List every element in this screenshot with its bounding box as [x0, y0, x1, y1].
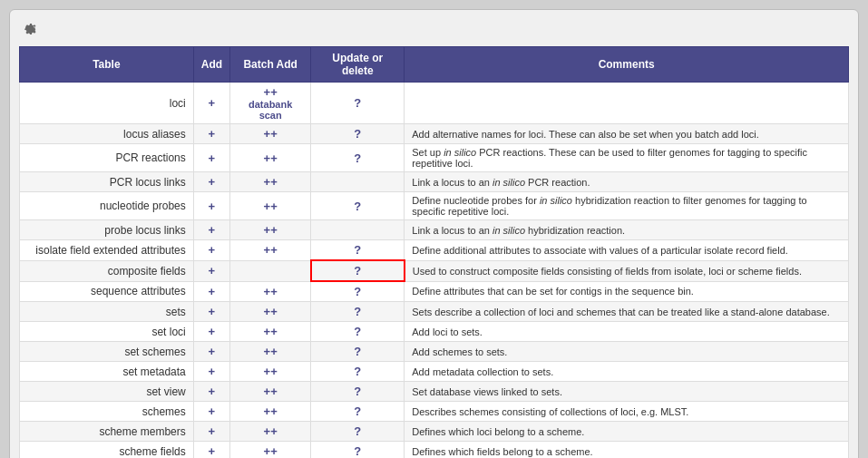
row-batch-add[interactable]: ++: [230, 240, 311, 261]
col-header-comments: Comments: [405, 47, 849, 83]
row-comment: Used to construct composite fields consi…: [405, 260, 849, 281]
col-header-update-delete: Update or delete: [311, 47, 405, 83]
row-comment: Add metadata collection to sets.: [405, 362, 849, 382]
row-table-name: set metadata: [20, 362, 194, 382]
row-comment: Set up in silico PCR reactions. These ca…: [405, 144, 849, 172]
row-batch-add[interactable]: ++: [230, 144, 311, 172]
row-batch-add: [230, 260, 311, 281]
row-add[interactable]: +: [193, 192, 229, 220]
table-row: sets+++?Sets describe a collection of lo…: [20, 302, 849, 322]
row-comment: Define nucleotide probes for in silico h…: [405, 192, 849, 220]
row-batch-add[interactable]: ++: [230, 281, 311, 302]
table-row: nucleotide probes+++?Define nucleotide p…: [20, 192, 849, 220]
row-batch-add[interactable]: ++: [230, 172, 311, 192]
row-add[interactable]: +: [193, 322, 229, 342]
row-add[interactable]: +: [193, 124, 229, 144]
row-batch-add[interactable]: ++: [230, 220, 311, 240]
row-add[interactable]: +: [193, 422, 229, 442]
row-table-name: nucleotide probes: [20, 192, 194, 220]
row-update-delete[interactable]: ?: [311, 302, 405, 322]
table-row: sequence attributes+++?Define attributes…: [20, 281, 849, 302]
row-table-name: scheme fields: [20, 442, 194, 459]
panel-header: [19, 19, 849, 37]
row-comment: Add loci to sets.: [405, 322, 849, 342]
row-update-delete[interactable]: ?: [311, 124, 405, 144]
table-row: locus aliases+++?Add alternative names f…: [20, 124, 849, 144]
row-table-name: set loci: [20, 322, 194, 342]
row-batch-add[interactable]: ++: [230, 382, 311, 402]
row-batch-add[interactable]: ++: [230, 442, 311, 459]
row-table-name: PCR locus links: [20, 172, 194, 192]
row-add[interactable]: +: [193, 144, 229, 172]
table-row: set schemes+++?Add schemes to sets.: [20, 342, 849, 362]
row-update-delete[interactable]: ?: [311, 281, 405, 302]
row-batch-add[interactable]: ++: [230, 342, 311, 362]
row-table-name: loci: [20, 83, 194, 124]
row-batch-add[interactable]: ++: [230, 192, 311, 220]
row-add[interactable]: +: [193, 362, 229, 382]
row-update-delete[interactable]: ?: [311, 144, 405, 172]
row-comment: Sets describe a collection of loci and s…: [405, 302, 849, 322]
config-table: Table Add Batch Add Update or delete Com…: [19, 46, 849, 458]
row-update-delete[interactable]: ?: [311, 240, 405, 261]
table-row: set view+++?Set database views linked to…: [20, 382, 849, 402]
table-row: probe locus links+++Link a locus to an i…: [20, 220, 849, 240]
row-comment: Set database views linked to sets.: [405, 382, 849, 402]
row-add[interactable]: +: [193, 281, 229, 302]
table-row: scheme members+++?Defines which loci bel…: [20, 422, 849, 442]
row-table-name: sequence attributes: [20, 281, 194, 302]
row-add[interactable]: +: [193, 402, 229, 422]
gear-icon: [19, 19, 37, 37]
row-add[interactable]: +: [193, 83, 229, 124]
databank-scan-link[interactable]: databank scan: [238, 99, 303, 121]
table-row: composite fields+?Used to construct comp…: [20, 260, 849, 281]
row-comment: Define attributes that can be set for co…: [405, 281, 849, 302]
row-add[interactable]: +: [193, 240, 229, 261]
row-comment: Add schemes to sets.: [405, 342, 849, 362]
row-batch-add[interactable]: ++: [230, 402, 311, 422]
row-batch-add[interactable]: ++: [230, 302, 311, 322]
row-comment: Describes schemes consisting of collecti…: [405, 402, 849, 422]
row-comment: Define additional attributes to associat…: [405, 240, 849, 261]
row-add[interactable]: +: [193, 382, 229, 402]
col-header-batch-add: Batch Add: [230, 47, 311, 83]
row-batch-add[interactable]: ++databank scan: [230, 83, 311, 124]
row-add[interactable]: +: [193, 260, 229, 281]
row-table-name: set view: [20, 382, 194, 402]
row-update-delete[interactable]: ?: [311, 83, 405, 124]
row-table-name: set schemes: [20, 342, 194, 362]
row-table-name: isolate field extended attributes: [20, 240, 194, 261]
table-row: scheme fields+++?Defines which fields be…: [20, 442, 849, 459]
row-add[interactable]: +: [193, 220, 229, 240]
row-update-delete[interactable]: ?: [311, 192, 405, 220]
row-batch-add[interactable]: ++: [230, 124, 311, 144]
row-update-delete[interactable]: ?: [311, 322, 405, 342]
row-batch-add[interactable]: ++: [230, 422, 311, 442]
table-row: schemes+++?Describes schemes consisting …: [20, 402, 849, 422]
row-add[interactable]: +: [193, 172, 229, 192]
row-add[interactable]: +: [193, 302, 229, 322]
row-update-delete[interactable]: ?: [311, 342, 405, 362]
row-update-delete: [311, 172, 405, 192]
row-batch-add[interactable]: ++: [230, 362, 311, 382]
row-comment: Defines which fields belong to a scheme.: [405, 442, 849, 459]
table-row: loci+++databank scan?: [20, 83, 849, 124]
row-update-delete[interactable]: ?: [311, 402, 405, 422]
row-update-delete[interactable]: ?: [311, 382, 405, 402]
row-update-delete[interactable]: ?: [311, 260, 405, 281]
row-batch-add[interactable]: ++: [230, 322, 311, 342]
row-table-name: locus aliases: [20, 124, 194, 144]
database-config-panel: Table Add Batch Add Update or delete Com…: [9, 9, 859, 458]
table-header-row: Table Add Batch Add Update or delete Com…: [20, 47, 849, 83]
row-update-delete[interactable]: ?: [311, 422, 405, 442]
row-add[interactable]: +: [193, 342, 229, 362]
row-comment: Add alternative names for loci. These ca…: [405, 124, 849, 144]
row-update-delete[interactable]: ?: [311, 442, 405, 459]
row-update-delete[interactable]: ?: [311, 362, 405, 382]
row-comment: Link a locus to an in silico PCR reactio…: [405, 172, 849, 192]
row-comment: [405, 83, 849, 124]
row-table-name: sets: [20, 302, 194, 322]
row-add[interactable]: +: [193, 442, 229, 459]
col-header-add: Add: [193, 47, 229, 83]
table-row: PCR reactions+++?Set up in silico PCR re…: [20, 144, 849, 172]
